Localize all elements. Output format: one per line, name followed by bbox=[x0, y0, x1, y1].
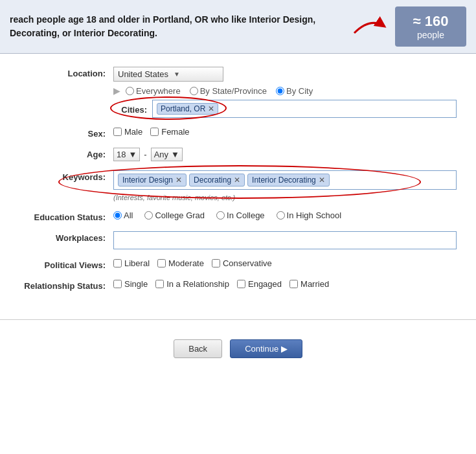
by-city-radio[interactable] bbox=[276, 87, 284, 95]
conservative-checkbox[interactable] bbox=[212, 259, 220, 267]
in-relationship-checkbox[interactable] bbox=[155, 280, 164, 288]
edu-high-school-radio[interactable] bbox=[277, 211, 285, 220]
workplaces-label: Workplaces: bbox=[19, 231, 113, 243]
male-checkbox[interactable] bbox=[113, 128, 122, 136]
in-relationship-option[interactable]: In a Relationship bbox=[155, 279, 229, 289]
liberal-checkbox[interactable] bbox=[113, 259, 122, 267]
education-row: Education Status: All College Grad In Co… bbox=[19, 210, 457, 222]
in-relationship-label: In a Relationship bbox=[166, 279, 229, 289]
edu-all-option[interactable]: All bbox=[113, 210, 133, 220]
city-tag-remove[interactable]: ✕ bbox=[208, 104, 214, 113]
male-label: Male bbox=[124, 127, 142, 137]
edu-all-label: All bbox=[124, 210, 133, 220]
engaged-label: Engaged bbox=[248, 279, 282, 289]
liberal-option[interactable]: Liberal bbox=[113, 258, 150, 268]
keyword-1-text: Interior Design bbox=[122, 176, 173, 185]
male-option[interactable]: Male bbox=[113, 127, 142, 137]
arrow-icon bbox=[351, 14, 390, 40]
edu-college-grad-label: College Grad bbox=[155, 210, 205, 220]
action-buttons: Back Continue ▶ bbox=[0, 330, 476, 371]
workplaces-content bbox=[113, 231, 457, 249]
edu-high-school-label: In High School bbox=[287, 210, 342, 220]
moderate-option[interactable]: Moderate bbox=[157, 258, 204, 268]
education-group: All College Grad In College In High Scho… bbox=[113, 210, 457, 220]
keyword-tag-3: Interior Decorating ✕ bbox=[247, 174, 330, 187]
location-type-group: ▶ Everywhere By State/Province By City bbox=[113, 85, 457, 96]
relationship-label: Relationship Status: bbox=[19, 279, 113, 291]
dropdown-arrow-icon: ▼ bbox=[174, 71, 180, 78]
city-tag: Portland, OR ✕ bbox=[157, 103, 218, 115]
by-state-option[interactable]: By State/Province bbox=[190, 86, 267, 96]
keyword-3-remove[interactable]: ✕ bbox=[319, 176, 325, 185]
keywords-hint: (Interests, favorite music, movies, etc.… bbox=[113, 194, 457, 201]
political-row: Political Views: Liberal Moderate Conser… bbox=[19, 258, 457, 270]
age-label: Age: bbox=[19, 148, 113, 159]
liberal-label: Liberal bbox=[124, 258, 150, 268]
married-checkbox[interactable] bbox=[289, 280, 298, 288]
female-checkbox[interactable] bbox=[150, 128, 159, 136]
married-option[interactable]: Married bbox=[289, 279, 329, 289]
single-label: Single bbox=[124, 279, 148, 289]
relationship-group: Single In a Relationship Engaged Married bbox=[113, 279, 457, 289]
location-label: Location: bbox=[19, 67, 113, 78]
sex-row: Sex: Male Female bbox=[19, 127, 457, 139]
edu-in-college-radio[interactable] bbox=[216, 211, 225, 220]
header-description: reach people age 18 and older in Portlan… bbox=[10, 13, 351, 40]
keywords-label: Keywords: bbox=[19, 170, 113, 182]
back-button[interactable]: Back bbox=[174, 339, 222, 358]
arrow-area bbox=[351, 14, 390, 40]
by-state-radio[interactable] bbox=[190, 87, 198, 95]
keyword-tag-2: Decorating ✕ bbox=[189, 174, 245, 187]
conservative-label: Conservative bbox=[223, 258, 272, 268]
female-option[interactable]: Female bbox=[150, 127, 189, 137]
sex-group: Male Female bbox=[113, 127, 457, 137]
count-value: ≈ 160 bbox=[413, 13, 449, 30]
everywhere-option[interactable]: Everywhere bbox=[126, 86, 181, 96]
age-dash: - bbox=[144, 150, 146, 159]
moderate-checkbox[interactable] bbox=[157, 259, 166, 267]
cities-wrapper: Cities: Portland, OR ✕ bbox=[113, 100, 457, 118]
location-row: Location: United States ▼ ▶ Everywhere B… bbox=[19, 67, 457, 118]
single-checkbox[interactable] bbox=[113, 280, 122, 288]
location-content: United States ▼ ▶ Everywhere By State/Pr… bbox=[113, 67, 457, 118]
single-option[interactable]: Single bbox=[113, 279, 148, 289]
keyword-2-remove[interactable]: ✕ bbox=[234, 176, 240, 185]
keywords-row: Keywords: Interior Design ✕ Decorating ✕… bbox=[19, 170, 457, 201]
edu-in-college-option[interactable]: In College bbox=[216, 210, 265, 220]
age-min-dropdown[interactable]: 18 ▼ bbox=[113, 148, 140, 161]
everywhere-radio[interactable] bbox=[126, 87, 134, 95]
political-group: Liberal Moderate Conservative bbox=[113, 258, 457, 268]
edu-all-radio[interactable] bbox=[113, 211, 122, 220]
age-max-value: Any bbox=[154, 150, 168, 159]
age-controls: 18 ▼ - Any ▼ bbox=[113, 148, 457, 161]
age-row: Age: 18 ▼ - Any ▼ bbox=[19, 148, 457, 161]
by-city-option[interactable]: By City bbox=[276, 86, 313, 96]
cities-label: Cities: bbox=[113, 103, 152, 115]
forward-arrow-icon: ▶ bbox=[113, 85, 120, 96]
workplaces-row: Workplaces: bbox=[19, 231, 457, 249]
by-city-label: By City bbox=[286, 86, 313, 96]
keyword-tag-1: Interior Design ✕ bbox=[118, 174, 187, 187]
edu-high-school-option[interactable]: In High School bbox=[277, 210, 342, 220]
edu-college-grad-radio[interactable] bbox=[144, 211, 153, 220]
relationship-content: Single In a Relationship Engaged Married bbox=[113, 279, 457, 289]
keyword-1-remove[interactable]: ✕ bbox=[176, 176, 182, 185]
divider bbox=[0, 319, 476, 320]
political-label: Political Views: bbox=[19, 258, 113, 270]
sex-label: Sex: bbox=[19, 127, 113, 139]
cities-input[interactable]: Portland, OR ✕ bbox=[152, 100, 457, 118]
sex-content: Male Female bbox=[113, 127, 457, 137]
continue-button[interactable]: Continue ▶ bbox=[230, 339, 302, 358]
workplaces-input[interactable] bbox=[113, 231, 457, 249]
keywords-input[interactable]: Interior Design ✕ Decorating ✕ Interior … bbox=[113, 170, 457, 190]
location-select-area: United States ▼ bbox=[113, 67, 457, 82]
age-max-dropdown[interactable]: Any ▼ bbox=[151, 148, 183, 161]
edu-in-college-label: In College bbox=[227, 210, 265, 220]
engaged-option[interactable]: Engaged bbox=[237, 279, 282, 289]
conservative-option[interactable]: Conservative bbox=[212, 258, 272, 268]
edu-college-grad-option[interactable]: College Grad bbox=[144, 210, 205, 220]
engaged-checkbox[interactable] bbox=[237, 280, 245, 288]
audience-count: ≈ 160 people bbox=[395, 6, 466, 47]
location-dropdown[interactable]: United States ▼ bbox=[113, 67, 223, 82]
header-banner: reach people age 18 and older in Portlan… bbox=[0, 0, 476, 54]
